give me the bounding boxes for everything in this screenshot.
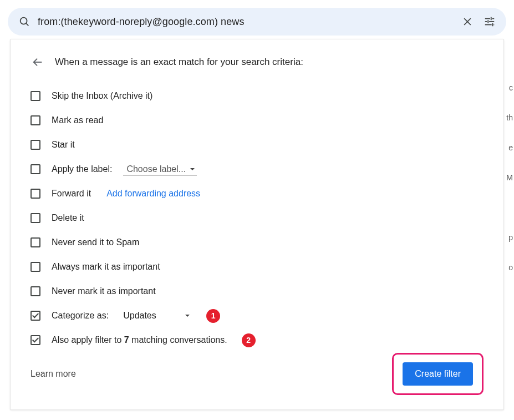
- select-categorize-text: Updates: [123, 311, 156, 321]
- option-also-apply: Also apply filter to 7 matching conversa…: [30, 328, 484, 352]
- annotation-highlight-box: Create filter: [392, 353, 484, 395]
- option-never-spam: Never send it to Spam: [30, 230, 484, 255]
- svg-point-0: [21, 18, 27, 24]
- checkbox-never-spam[interactable]: [30, 237, 40, 247]
- select-apply-label[interactable]: Choose label...: [123, 163, 197, 176]
- svg-rect-11: [493, 24, 494, 26]
- svg-rect-7: [485, 21, 487, 22]
- create-filter-button[interactable]: Create filter: [403, 362, 473, 386]
- search-options-icon[interactable]: [479, 11, 501, 33]
- checkbox-forward[interactable]: [30, 189, 40, 199]
- label-always-important: Always mark it as important: [52, 262, 160, 272]
- checkbox-also-apply[interactable]: [30, 335, 40, 345]
- svg-rect-6: [491, 17, 492, 21]
- select-categorize[interactable]: Updates: [120, 310, 192, 322]
- label-never-important: Never mark it as important: [52, 286, 156, 296]
- svg-rect-9: [487, 20, 488, 23]
- svg-rect-12: [492, 23, 493, 27]
- panel-footer: Learn more Create filter: [30, 353, 484, 395]
- svg-line-1: [26, 23, 28, 26]
- label-skip-inbox: Skip the Inbox (Archive it): [52, 91, 152, 101]
- checkbox-skip-inbox[interactable]: [30, 91, 40, 101]
- clear-search-icon[interactable]: [456, 11, 479, 33]
- checkbox-star[interactable]: [30, 140, 40, 150]
- checkbox-apply-label[interactable]: [30, 164, 40, 174]
- svg-rect-5: [492, 18, 495, 19]
- label-delete: Delete it: [52, 213, 84, 223]
- caret-down-icon: [185, 315, 190, 317]
- learn-more-link[interactable]: Learn more: [30, 369, 76, 379]
- svg-rect-4: [485, 18, 490, 19]
- label-apply-label: Apply the label:: [52, 164, 112, 174]
- search-icon[interactable]: [13, 11, 35, 33]
- checkbox-never-important[interactable]: [30, 286, 40, 296]
- option-delete: Delete it: [30, 206, 484, 230]
- label-categorize: Categorize as:: [52, 311, 109, 321]
- label-star: Star it: [52, 140, 75, 150]
- panel-header: When a message is an exact match for you…: [30, 55, 484, 69]
- option-apply-label: Apply the label: Choose label...: [30, 157, 484, 181]
- label-also-apply: Also apply filter to 7 matching conversa…: [52, 335, 227, 345]
- select-apply-label-text: Choose label...: [126, 164, 186, 174]
- checkbox-always-important[interactable]: [30, 262, 40, 272]
- svg-rect-10: [485, 24, 492, 26]
- search-bar: from:(thekeyword-noreply@google.com) new…: [8, 8, 506, 36]
- checkbox-delete[interactable]: [30, 213, 40, 223]
- option-skip-inbox: Skip the Inbox (Archive it): [30, 84, 484, 108]
- back-arrow-icon[interactable]: [30, 55, 45, 69]
- option-mark-read: Mark as read: [30, 108, 484, 133]
- search-query[interactable]: from:(thekeyword-noreply@google.com) new…: [35, 16, 456, 28]
- background-partial-text: c th e M p o: [506, 83, 514, 273]
- panel-title: When a message is an exact match for you…: [55, 57, 303, 68]
- option-forward: Forward it Add forwarding address: [30, 181, 484, 206]
- option-star: Star it: [30, 133, 484, 157]
- checkbox-categorize[interactable]: [30, 311, 40, 321]
- option-always-important: Always mark it as important: [30, 255, 484, 279]
- caret-down-icon: [190, 168, 195, 170]
- annotation-badge-2: 2: [242, 333, 256, 347]
- filter-panel: When a message is an exact match for you…: [10, 39, 504, 410]
- label-never-spam: Never send it to Spam: [52, 237, 139, 247]
- option-categorize: Categorize as: Updates 1: [30, 303, 484, 328]
- link-add-forwarding[interactable]: Add forwarding address: [106, 189, 200, 199]
- svg-rect-8: [489, 21, 494, 22]
- checkbox-mark-read[interactable]: [30, 115, 40, 125]
- annotation-badge-1: 1: [206, 309, 220, 323]
- label-forward: Forward it: [52, 189, 91, 199]
- option-never-important: Never mark it as important: [30, 279, 484, 303]
- label-mark-read: Mark as read: [52, 115, 103, 125]
